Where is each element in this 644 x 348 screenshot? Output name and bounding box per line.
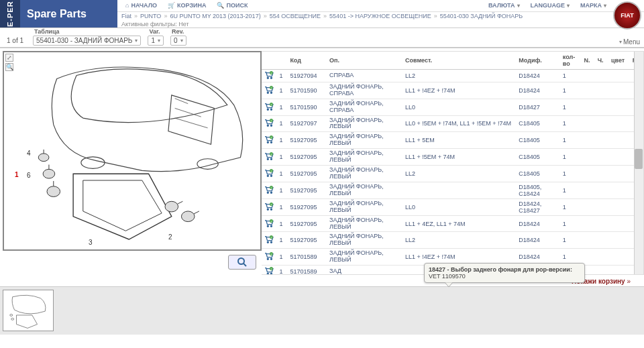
add-to-cart-icon[interactable]: + (264, 202, 274, 211)
add-to-cart-icon[interactable]: + (264, 71, 274, 79)
svg-point-45 (267, 225, 268, 227)
svg-point-9 (267, 77, 268, 78)
svg-point-14 (270, 92, 272, 93)
diagram-callout-6[interactable]: 6 (27, 172, 31, 179)
svg-point-2 (38, 154, 49, 162)
cell-compat: LL1 + !4EZ + !74M (402, 82, 516, 99)
add-to-cart-icon[interactable]: + (264, 169, 274, 177)
col-compat[interactable]: Совмест. (402, 52, 516, 70)
add-to-cart-icon[interactable]: + (264, 186, 274, 194)
col-n[interactable]: N. (581, 52, 594, 70)
table-row[interactable]: +151927095ЗАДНИЙ ФОНАРЬ, ЛЕВЫЙLL1 + 5EMC… (262, 132, 643, 149)
scrollbar-thumb[interactable] (635, 149, 643, 169)
cell-modif[interactable]: C18405 (516, 165, 559, 182)
cell-compat: LL1 + 5EM (402, 132, 516, 149)
cell-code[interactable]: 51927095 (287, 165, 327, 182)
nav-language[interactable]: LANGUAGE▾ (527, 2, 574, 9)
cell-qty: 1 (560, 149, 582, 166)
cell-code[interactable]: 51927094 (287, 70, 327, 82)
table-scrollbar[interactable] (634, 52, 643, 274)
col-op[interactable]: Оп. (327, 52, 402, 70)
cell-code[interactable]: 51927095 (287, 215, 327, 232)
add-to-cart-icon[interactable]: + (264, 86, 274, 94)
add-to-cart-icon[interactable]: + (264, 267, 274, 275)
svg-point-4 (47, 186, 60, 197)
cell-code[interactable]: 51927097 (287, 115, 327, 132)
table-row[interactable]: +151927094СПРАВАLL2D184241 (262, 70, 643, 82)
cell-code[interactable]: 51701590 (287, 99, 327, 115)
col-qty[interactable]: кол-во (560, 52, 582, 70)
add-to-cart-icon[interactable]: + (264, 252, 274, 260)
cell-modif[interactable]: C18405 (516, 149, 559, 166)
nav-cart[interactable]: 🛒КОРЗИНА (164, 2, 210, 9)
add-to-cart-icon[interactable]: + (264, 103, 274, 111)
nav-home[interactable]: ⌂НАЧАЛО (121, 2, 161, 9)
cell-code[interactable]: 51701589 (287, 266, 327, 275)
crumb-4[interactable]: 55401 -> НАРУЖНОЕ ОСВЕЩЕНИЕ (329, 13, 431, 19)
add-to-cart-icon[interactable]: + (264, 135, 274, 143)
table-row[interactable]: +151927097ЗАДНИЙ ФОНАРЬ, ЛЕВЫЙLL0 + !5EM… (262, 115, 643, 132)
add-to-cart-icon[interactable]: + (264, 235, 274, 243)
table-row[interactable]: +151927095ЗАДНИЙ ФОНАРЬ, ЛЕВЫЙLL1 + !5EM… (262, 149, 643, 166)
diagram-callout-2[interactable]: 2 (168, 233, 172, 241)
cell-code[interactable]: 51701589 (287, 249, 327, 266)
crumb-3[interactable]: 554 ОСВЕЩЕНИЕ (270, 13, 321, 19)
crumb-2[interactable]: 6U PUNTO MY 2013 (2013-2017) (170, 13, 260, 19)
diagram-callout-3[interactable]: 3 (89, 239, 93, 246)
crumb-0[interactable]: Fiat (121, 13, 131, 19)
crumb-5[interactable]: 55401-030 ЗАДНИЙ ФОНАРЬ (440, 13, 523, 19)
svg-point-7 (238, 258, 244, 264)
table-row[interactable]: +151701590ЗАДНИЙ ФОНАРЬ, СПРАВАLL0D18427… (262, 99, 643, 115)
diagram-search-button[interactable] (228, 255, 256, 270)
cell-qty: 1 (560, 99, 582, 115)
cell-modif[interactable]: D18424 (516, 82, 559, 99)
diagram-callout-1[interactable]: 1 (15, 171, 19, 178)
crumb-1[interactable]: PUNTO (140, 13, 161, 19)
table-row[interactable]: +151927095ЗАДНИЙ ФОНАРЬ, ЛЕВЫЙD18405, C1… (262, 182, 643, 198)
table-row[interactable]: +151927095ЗАДНИЙ ФОНАРЬ, ЛЕВЫЙLL2D184241 (262, 232, 643, 249)
col-modif[interactable]: Модиф. (516, 52, 559, 70)
cell-modif[interactable]: C18405 (516, 132, 559, 149)
cell-code[interactable]: 51927095 (287, 232, 327, 249)
cell-modif[interactable]: D18424, C18427 (516, 198, 559, 215)
cell-code[interactable]: 51927095 (287, 198, 327, 215)
menu-dropdown[interactable]: ▾Menu (619, 38, 640, 46)
diagram-callout-4[interactable]: 4 (27, 150, 31, 157)
table-row[interactable]: +151927095ЗАДНИЙ ФОНАРЬ, ЛЕВЫЙLL2C184051 (262, 165, 643, 182)
cell-modif[interactable]: D18424 (516, 70, 559, 82)
cell-modif[interactable]: D18424 (516, 215, 559, 232)
add-to-cart-icon[interactable]: + (264, 152, 274, 160)
rev-select[interactable]: 0▾ (170, 36, 186, 46)
nav-search[interactable]: 🔍ПОИСК (213, 2, 252, 9)
col-code[interactable]: Код (287, 52, 327, 70)
nav-currency[interactable]: ВАЛЮТА▾ (484, 2, 523, 9)
nav-brand[interactable]: МАРКА▾ (576, 2, 610, 9)
magnifier-icon (237, 257, 248, 268)
col-ch[interactable]: Ч. (595, 52, 608, 70)
diagram-thumbnail[interactable] (3, 290, 54, 331)
cell-compat: LL0 (402, 99, 516, 115)
add-to-cart-icon[interactable]: + (264, 219, 274, 227)
cell-modif[interactable]: C18405 (516, 115, 559, 132)
table-row[interactable]: +151927095ЗАДНИЙ ФОНАРЬ, ЛЕВЫЙLL0D18424,… (262, 198, 643, 215)
cell-modif[interactable]: D18424 (516, 232, 559, 249)
cell-modif[interactable]: D18427 (516, 99, 559, 115)
var-select[interactable]: 1▾ (148, 36, 164, 46)
cell-modif[interactable]: D18405, C18424 (516, 182, 559, 198)
table-row[interactable]: +151701590ЗАДНИЙ ФОНАРЬ, СПРАВАLL1 + !4E… (262, 82, 643, 99)
label-table: Таблица (33, 28, 141, 35)
reset-zoom-icon[interactable]: ⤢ (5, 54, 13, 62)
cell-desc: ЗАД (327, 266, 402, 275)
car-diagram-icon (17, 59, 254, 243)
cell-code[interactable]: 51927095 (287, 149, 327, 166)
cell-code[interactable]: 51927095 (287, 182, 327, 198)
table-row[interactable]: +151927095ЗАДНИЙ ФОНАРЬ, ЛЕВЫЙLL1 + 4EZ,… (262, 215, 643, 232)
add-to-cart-icon[interactable]: + (264, 119, 274, 127)
col-color[interactable]: цвет (608, 52, 630, 70)
cell-compat: LL0 + !5EM + !74M, LL1 + !5EM + !74M (402, 115, 516, 132)
zoom-in-icon[interactable]: 🔍 (5, 63, 13, 71)
cell-code[interactable]: 51701590 (287, 82, 327, 99)
diagram-viewer[interactable]: ⤢ 🔍 (3, 51, 262, 251)
cell-code[interactable]: 51927095 (287, 132, 327, 149)
table-select[interactable]: 55401-030 - ЗАДНИЙ ФОНАРЬ▾ (33, 36, 141, 46)
